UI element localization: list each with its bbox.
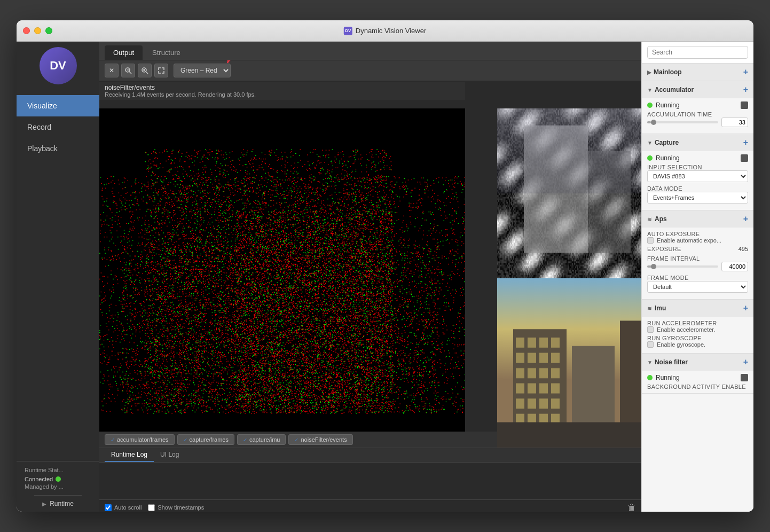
auto-exposure-checkbox-row: Enable automatic expo... bbox=[647, 237, 748, 244]
frame-interval-input[interactable] bbox=[721, 262, 748, 271]
stream-tab-capture-imu[interactable]: ✓ capture/imu bbox=[237, 434, 286, 445]
close-button[interactable] bbox=[23, 27, 30, 34]
stream-tab-noisefilter-events[interactable]: ✓ noiseFilter/events bbox=[288, 434, 352, 445]
auto-exposure-checkbox-label: Enable automatic expo... bbox=[657, 237, 721, 244]
show-timestamps-checkbox[interactable] bbox=[148, 504, 155, 511]
log-tab-runtime[interactable]: Runtime Log bbox=[105, 448, 154, 462]
aps-content: AUTO EXPOSURE Enable automatic expo... E… bbox=[642, 228, 753, 299]
canvas-info: noiseFilter/events Receiving 1.4M events… bbox=[99, 82, 465, 100]
zoom-out-button[interactable] bbox=[121, 64, 135, 77]
section-mainloop: ▶ Mainloop + bbox=[642, 64, 753, 81]
stream-tab-check-icon: ✓ bbox=[111, 437, 115, 443]
gyroscope-checkbox-label: Enable gyroscope. bbox=[657, 341, 705, 348]
log-tabs: Runtime Log UI Log bbox=[99, 448, 641, 463]
section-header-capture[interactable]: ▼ Capture + bbox=[642, 134, 753, 151]
input-selection-dropdown[interactable]: DAVIS #883 bbox=[647, 170, 748, 182]
connected-row: Connected bbox=[25, 476, 91, 482]
capture-running-row: Running bbox=[647, 154, 748, 162]
accumulator-content: Running ACCUMULATION TIME bbox=[642, 98, 753, 134]
exposure-value: 495 bbox=[738, 246, 748, 252]
imu-add-button[interactable]: + bbox=[743, 303, 748, 313]
grayscale-thumb bbox=[497, 108, 641, 278]
search-input[interactable] bbox=[647, 46, 748, 59]
data-mode-dropdown[interactable]: Events+Frames Events Only Frames Only bbox=[647, 192, 748, 204]
expand-button[interactable] bbox=[154, 64, 168, 77]
frame-mode-dropdown[interactable]: Default Reset and Signal Signal Only bbox=[647, 281, 748, 293]
svg-line-1 bbox=[129, 72, 131, 74]
sidebar-item-visualize[interactable]: Visualize bbox=[17, 95, 99, 116]
right-panel: ▶ Mainloop + ▼ Accumulator + bbox=[641, 42, 753, 512]
stream-tab-accumulator-frames[interactable]: ✓ accumulator/frames bbox=[105, 434, 175, 445]
mainloop-add-button[interactable]: + bbox=[743, 67, 748, 77]
capture-running-indicator bbox=[647, 155, 653, 161]
window-title: DV Dynamic Vision Viewer bbox=[344, 27, 426, 35]
capture-stop-button[interactable] bbox=[741, 154, 748, 162]
noise-filter-arrow-icon: ▼ bbox=[647, 359, 653, 365]
zoom-in-button[interactable] bbox=[138, 64, 152, 77]
accumulation-time-slider-row bbox=[647, 118, 748, 127]
auto-exposure-checkbox[interactable] bbox=[647, 237, 654, 244]
input-selection-label: INPUT SELECTION bbox=[647, 164, 748, 170]
gyroscope-checkbox[interactable] bbox=[647, 341, 654, 348]
sidebar-item-playback[interactable]: Playback bbox=[17, 138, 99, 159]
exposure-row: Exposure 495 bbox=[647, 246, 748, 252]
sidebar-item-record[interactable]: Record bbox=[17, 116, 99, 138]
traffic-lights bbox=[23, 27, 52, 34]
main-layout: DV Visualize Record Playback Runtime Sta… bbox=[17, 42, 753, 512]
accumulator-stop-button[interactable] bbox=[741, 101, 748, 109]
clear-log-button[interactable]: 🗑 bbox=[627, 503, 636, 512]
frame-mode-dropdown-row: Default Reset and Signal Signal Only bbox=[647, 281, 748, 293]
runtime-stats-label: Runtime Stat... bbox=[25, 467, 91, 473]
section-header-aps[interactable]: ≋ Aps + bbox=[642, 210, 753, 228]
noise-filter-running-row: Running bbox=[647, 374, 748, 381]
show-timestamps-check[interactable]: Show timestamps bbox=[148, 504, 204, 511]
minimize-button[interactable] bbox=[34, 27, 41, 34]
noise-filter-content: Running BACKGROUND ACTIVITY ENABLE bbox=[642, 371, 753, 393]
stream-tab-capture-frames[interactable]: ✓ capture/frames bbox=[177, 434, 234, 445]
section-noise-filter: ▼ Noise filter + Running bbox=[642, 354, 753, 394]
section-header-accumulator[interactable]: ▼ Accumulator + bbox=[642, 81, 753, 98]
stream-tabs-bar: ✓ accumulator/frames ✓ capture/frames ✓ … bbox=[99, 432, 497, 448]
data-mode-dropdown-row: Events+Frames Events Only Frames Only bbox=[647, 192, 748, 204]
imu-symbol: ≋ bbox=[647, 306, 651, 311]
mainloop-arrow-icon: ▶ bbox=[647, 69, 651, 75]
aps-add-button[interactable]: + bbox=[743, 214, 748, 224]
auto-scroll-check[interactable]: Auto scroll bbox=[105, 504, 142, 511]
accelerometer-checkbox[interactable] bbox=[647, 326, 654, 333]
exposure-label: Exposure bbox=[647, 246, 681, 252]
color-mode-select[interactable]: Green – Red Gray Red – Blue bbox=[174, 64, 231, 77]
close-view-button[interactable]: ✕ bbox=[105, 64, 119, 77]
capture-add-button[interactable]: + bbox=[743, 138, 748, 147]
titlebar: DV Dynamic Vision Viewer bbox=[17, 20, 753, 42]
noise-filter-add-button[interactable]: + bbox=[743, 357, 748, 367]
content-area: Output Structure ✕ bbox=[99, 42, 641, 512]
accumulation-time-input[interactable] bbox=[721, 118, 748, 127]
section-aps: ≋ Aps + AUTO EXPOSURE Enable automatic e… bbox=[642, 210, 753, 300]
main-window: DV Dynamic Vision Viewer DV Visualize Re… bbox=[17, 20, 753, 512]
auto-scroll-checkbox[interactable] bbox=[105, 504, 112, 511]
section-capture: ▼ Capture + Running INP bbox=[642, 134, 753, 210]
frame-mode-label: FRAME MODE bbox=[647, 275, 748, 281]
frame-interval-slider-row bbox=[647, 262, 748, 271]
main-canvas bbox=[99, 108, 465, 448]
accumulator-add-button[interactable]: + bbox=[743, 85, 748, 95]
section-header-imu[interactable]: ≋ Imu + bbox=[642, 300, 753, 317]
side-thumbnails bbox=[497, 108, 641, 448]
noise-filter-stop-button[interactable] bbox=[741, 374, 748, 381]
runtime-section[interactable]: ▶ Runtime bbox=[34, 495, 82, 512]
background-activity-label: BACKGROUND ACTIVITY ENABLE bbox=[647, 384, 748, 390]
frame-interval-slider[interactable] bbox=[647, 265, 718, 268]
section-header-noise-filter[interactable]: ▼ Noise filter + bbox=[642, 354, 753, 371]
log-tab-ui[interactable]: UI Log bbox=[154, 448, 185, 462]
runtime-arrow-icon: ▶ bbox=[42, 501, 46, 507]
thumb-color bbox=[497, 278, 641, 448]
event-visualization bbox=[99, 108, 465, 448]
accumulation-time-slider[interactable] bbox=[647, 121, 718, 123]
section-header-mainloop[interactable]: ▶ Mainloop + bbox=[642, 64, 753, 81]
maximize-button[interactable] bbox=[45, 27, 52, 34]
tab-output[interactable]: Output bbox=[105, 45, 143, 60]
frame-interval-label: FRAME INTERVAL bbox=[647, 255, 748, 262]
sidebar-nav: Visualize Record Playback bbox=[17, 95, 99, 159]
tab-structure[interactable]: Structure bbox=[144, 45, 189, 60]
stream-path: noiseFilter/events bbox=[105, 84, 460, 91]
